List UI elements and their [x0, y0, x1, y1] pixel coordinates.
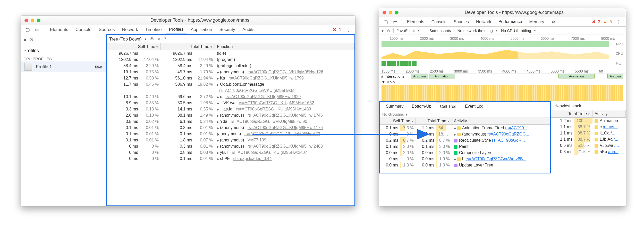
source-link[interactable]: rs=ACT90oGqRZGG...: [487, 132, 529, 136]
table-row[interactable]: 10.1 ms0.40 %69.6 ms2.72 %c rs=ACT90oGqR…: [107, 94, 354, 100]
tab-elements[interactable]: Elements: [404, 17, 427, 26]
source-link[interactable]: rs=ACT90oGqRZGG...KUIgM95Hw:1662: [239, 101, 314, 105]
kebab-icon[interactable]: ⋮: [614, 19, 623, 25]
tab-more[interactable]: ≫: [548, 17, 559, 26]
source-link[interactable]: rs=ACT90oGqRZGG...KUIgM95Hw:1483: [236, 107, 311, 111]
source-link[interactable]: rs=ACT90oGqRZGG...VKUIgM95Hw:679: [244, 132, 320, 136]
tab-security[interactable]: Security: [216, 25, 238, 34]
col-activity[interactable]: Activity: [452, 118, 550, 125]
source-link[interactable]: rs=ACT90oGqRZGG...KUIgM95Hw:1929: [225, 94, 301, 99]
tab-elements[interactable]: Elements: [47, 25, 71, 34]
table-row[interactable]: 0.6 ms52.6 %VJb.wa /...: [551, 142, 626, 149]
record-icon[interactable]: ●: [382, 28, 384, 33]
device-icon[interactable]: ▭: [33, 27, 41, 33]
source-link[interactable]: rs=ACT90oGqR...: [492, 138, 525, 142]
col-total[interactable]: Total Time: [161, 43, 215, 50]
tab-calltree[interactable]: Call Tree: [436, 102, 460, 111]
flame-chart[interactable]: [382, 85, 623, 101]
source-link[interactable]: /maps...: [603, 125, 617, 129]
source-link[interactable]: rs=ACT90oGqRZGG...KUIgM95Hw:1799: [228, 76, 304, 80]
tab-audits[interactable]: Audits: [239, 25, 258, 34]
table-row[interactable]: 8.9 ms0.35 %50.5 ms1.98 %_.VK.wa rs=ACT9…: [107, 100, 354, 106]
table-row[interactable]: 0.2 ms8.7 %0.2 ms8.7 %Recalculate Style …: [380, 137, 550, 144]
col-self[interactable]: Self Time: [107, 43, 161, 50]
source-link[interactable]: rs=ACT90oGqRZGG...wVKUIgM95Hw:88: [219, 88, 296, 93]
inspect-icon[interactable]: ▢: [382, 19, 390, 25]
inspect-icon[interactable]: ▢: [23, 27, 32, 33]
tab-memory[interactable]: Memory: [526, 17, 547, 26]
source-link[interactable]: rs=ACT90oGqRZGG...wVKUIgM95Hw:90: [231, 119, 307, 124]
col-activity[interactable]: Activity: [592, 110, 626, 117]
device-icon[interactable]: ▭: [391, 19, 400, 25]
grouping-select[interactable]: No Grouping: [380, 111, 550, 118]
table-row[interactable]: 0 ms0 %0.3 ms0.01 %(anonymous) rs=ACT90o…: [107, 143, 354, 149]
profile-item[interactable]: Profile 1 Save: [21, 61, 106, 72]
table-row[interactable]: 0 ms0 %0.3 ms18.4 %(anonymous) rs=ACT90o…: [380, 131, 550, 137]
source-link[interactable]: /ma...: [608, 149, 618, 154]
net-throttle-select[interactable]: No network throttling: [457, 28, 498, 33]
table-row[interactable]: 12.7 ms0.50 %561.0 ms21.94 %Ka rs=ACT90o…: [107, 75, 354, 81]
tab-network[interactable]: Network: [119, 25, 141, 34]
table-row[interactable]: 0.1 ms7.3 %1.2 ms64.7 %Animation Frame F…: [380, 125, 550, 131]
interactions-track[interactable]: Interactions Ani…ion Animation Animation…: [379, 73, 626, 79]
tab-sources[interactable]: Sources: [96, 25, 118, 34]
tab-console[interactable]: Console: [428, 17, 450, 26]
source-link[interactable]: rs=ACT90oGqRZGG...VKUIgM95Hw:126: [248, 70, 323, 74]
table-row[interactable]: 0.3 ms21.5 %aKb /ma...: [551, 149, 626, 155]
tab-sources[interactable]: Sources: [451, 17, 472, 26]
table-row[interactable]: 0.0 ms1.3 %0.0 ms1.3 %Update Layer Tree: [380, 162, 550, 168]
clear-icon[interactable]: ⊘: [387, 28, 390, 33]
table-row[interactable]: 0 ms0 %0.0 ms1.9 %b rs=ACT90oGqRZGGxuWo-…: [380, 156, 550, 162]
main-track[interactable]: ▼ Main: [379, 79, 626, 85]
col-function[interactable]: Function: [215, 43, 354, 50]
tab-console[interactable]: Console: [72, 25, 95, 34]
source-link[interactable]: VM77:139: [248, 138, 266, 142]
maximize-icon[interactable]: [37, 19, 40, 22]
table-row[interactable]: 1202.9 ms47.04 %1202.9 ms47.04 %(program…: [107, 57, 354, 63]
warning-icon[interactable]: ▲: [603, 20, 607, 24]
source-link[interactable]: rs=ACT90oGqRZGG...KUIgM95Hw:2408: [248, 144, 323, 148]
table-row[interactable]: 0 ms0 %0.8 ms0.03 %yB.T rs=ACT90oGqRZGG.…: [107, 149, 354, 156]
table-row[interactable]: 2.6 ms0.10 %38.1 ms1.49 %(anonymous) rs=…: [107, 112, 354, 118]
maximize-icon[interactable]: [395, 11, 399, 14]
tab-eventlog[interactable]: Event Log: [461, 102, 487, 111]
table-row[interactable]: 1.1 ms88.7 %LJb.Aa /...: [551, 136, 626, 142]
source-link[interactable]: /...: [614, 143, 619, 148]
source-link[interactable]: /...: [614, 137, 618, 141]
source-link[interactable]: rs=ACT90...: [505, 126, 527, 130]
tab-application[interactable]: Application: [188, 25, 215, 34]
table-row[interactable]: 0 ms0 %0.1 ms0.01 %sI.PE cb=gapi.loaded_…: [107, 156, 354, 162]
table-row[interactable]: 1.2 ms100.0 %Animation: [551, 118, 626, 124]
table-row[interactable]: 9626.7 ms9626.7 ms(idle): [107, 50, 354, 57]
refresh-icon[interactable]: ↻: [164, 36, 168, 42]
minimize-icon[interactable]: [31, 19, 34, 22]
cpu-throttle-select[interactable]: No CPU throttling: [501, 28, 536, 33]
close-icon[interactable]: [24, 19, 28, 22]
record-icon[interactable]: ●: [23, 37, 27, 43]
tab-network[interactable]: Network: [473, 17, 494, 26]
tab-bottomup[interactable]: Bottom-Up: [408, 102, 435, 111]
close-icon[interactable]: ✕: [157, 36, 161, 42]
table-row[interactable]: 0.0 ms2.0 %0.0 ms2.0 %Composite Layers: [380, 150, 550, 156]
table-row[interactable]: 0.1 ms3.0 %0.1 ms3.0 %Paint: [380, 144, 550, 150]
scope-select[interactable]: JavaScript: [397, 28, 420, 33]
clear-icon[interactable]: ⊘: [29, 36, 33, 43]
source-link[interactable]: rs=ACT90oGqRZGG...KUIgM95Hw:1745: [248, 113, 323, 117]
source-link[interactable]: cb=gapi.loaded_0:44: [233, 156, 272, 161]
table-row[interactable]: 3.3 ms0.13 %14.1 ms0.55 %_.as.Ia rs=ACT9…: [107, 106, 354, 112]
tab-profiles[interactable]: Profiles: [166, 25, 187, 34]
table-row[interactable]: 0.1 ms0.01 %1.8 ms0.07 %(anonymous) VM77…: [107, 137, 354, 143]
view-select[interactable]: Tree (Top Down): [109, 37, 147, 42]
save-link[interactable]: Save: [95, 65, 102, 69]
close-icon[interactable]: [383, 11, 386, 14]
table-row[interactable]: 11.7 ms0.46 %506.9 ms19.82 %Oda.b.port1.…: [107, 81, 354, 87]
table-row[interactable]: 0.1 ms0.01 %0.3 ms0.01 %(anonymous) rs=A…: [107, 125, 354, 131]
tab-performance[interactable]: Performance: [495, 17, 525, 26]
kebab-icon[interactable]: ⋮: [344, 27, 353, 33]
col-total[interactable]: Total Time: [416, 118, 452, 125]
overview-pane[interactable]: 1000 ms2000 ms3000 ms4000 ms5000 ms6000 …: [379, 35, 626, 68]
table-row[interactable]: 0.1 ms0.01 %0.1 ms0.01 %(anonymous) rs=A…: [107, 131, 354, 137]
screenshots-checkbox[interactable]: [423, 29, 426, 32]
col-total[interactable]: Total Time: [551, 110, 592, 117]
tab-summary[interactable]: Summary: [382, 102, 407, 111]
